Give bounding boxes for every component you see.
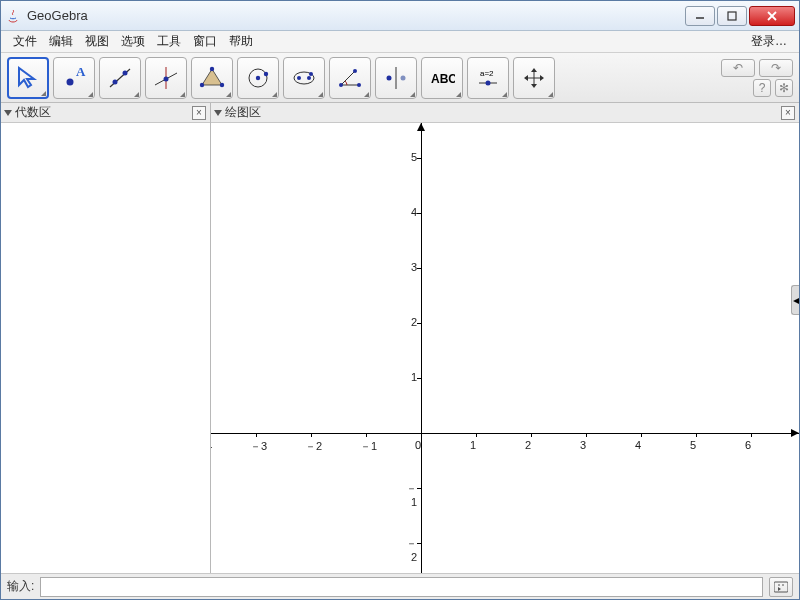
algebra-pane: 代数区 × <box>1 103 211 573</box>
svg-point-8 <box>123 70 128 75</box>
svg-point-13 <box>210 66 214 70</box>
svg-point-27 <box>387 75 392 80</box>
close-button[interactable] <box>749 6 795 26</box>
side-handle[interactable]: ◂ <box>791 285 799 315</box>
graphics-title: 绘图区 <box>225 104 261 121</box>
graphics-close[interactable]: × <box>781 106 795 120</box>
svg-text:ABC: ABC <box>431 72 455 86</box>
title-bar: GeoGebra <box>1 1 799 31</box>
minimize-button[interactable] <box>685 6 715 26</box>
menu-edit[interactable]: 编辑 <box>43 31 79 52</box>
tool-line[interactable] <box>99 57 141 99</box>
graphics-header: 绘图区 × <box>211 103 799 123</box>
help-button[interactable]: ? <box>753 79 771 97</box>
menu-window[interactable]: 窗口 <box>187 31 223 52</box>
main-content: 代数区 × 绘图区 × －4－3－2－10123456－2－1123456 <box>1 103 799 573</box>
menu-help[interactable]: 帮助 <box>223 31 259 52</box>
menu-file[interactable]: 文件 <box>7 31 43 52</box>
menu-tools[interactable]: 工具 <box>151 31 187 52</box>
svg-point-15 <box>200 82 204 86</box>
svg-point-7 <box>113 79 118 84</box>
settings-button[interactable]: ✻ <box>775 79 793 97</box>
tool-slider[interactable]: a=2 <box>467 57 509 99</box>
input-label: 输入: <box>7 578 34 595</box>
svg-point-22 <box>309 72 313 76</box>
svg-point-20 <box>297 76 301 80</box>
tool-reflect[interactable] <box>375 57 417 99</box>
collapse-icon[interactable] <box>4 110 12 116</box>
svg-point-21 <box>307 76 311 80</box>
graphics-canvas[interactable]: －4－3－2－10123456－2－1123456 <box>211 123 799 573</box>
gear-icon: ✻ <box>779 81 789 95</box>
keyboard-button[interactable] <box>769 577 793 597</box>
tool-move[interactable] <box>7 57 49 99</box>
tool-text[interactable]: ABC <box>421 57 463 99</box>
menu-view[interactable]: 视图 <box>79 31 115 52</box>
svg-point-14 <box>220 82 224 86</box>
svg-marker-38 <box>778 587 781 591</box>
app-window: GeoGebra 文件 编辑 视图 选项 工具 窗口 帮助 登录… A ABC … <box>0 0 800 600</box>
toolbar-right: ↶ ↷ ? ✻ <box>721 59 793 97</box>
algebra-body[interactable] <box>1 123 210 573</box>
window-controls <box>685 6 795 26</box>
tool-angle[interactable] <box>329 57 371 99</box>
input-bar: 输入: <box>1 573 799 599</box>
svg-point-11 <box>164 76 169 81</box>
tool-ellipse[interactable] <box>283 57 325 99</box>
svg-point-25 <box>353 69 357 73</box>
window-title: GeoGebra <box>27 8 685 23</box>
tool-point[interactable]: A <box>53 57 95 99</box>
menu-options[interactable]: 选项 <box>115 31 151 52</box>
redo-button[interactable]: ↷ <box>759 59 793 77</box>
algebra-title: 代数区 <box>15 104 51 121</box>
undo-button[interactable]: ↶ <box>721 59 755 77</box>
tool-circle[interactable] <box>237 57 279 99</box>
tool-perpendicular[interactable] <box>145 57 187 99</box>
menu-bar: 文件 编辑 视图 选项 工具 窗口 帮助 登录… <box>1 31 799 53</box>
svg-rect-1 <box>728 12 736 20</box>
tool-move-view[interactable] <box>513 57 555 99</box>
svg-text:a=2: a=2 <box>480 69 494 78</box>
java-icon <box>5 8 21 24</box>
svg-text:A: A <box>76 65 86 79</box>
maximize-button[interactable] <box>717 6 747 26</box>
svg-point-4 <box>67 78 74 85</box>
command-input[interactable] <box>40 577 763 597</box>
collapse-icon[interactable] <box>214 110 222 116</box>
menu-login[interactable]: 登录… <box>745 31 793 52</box>
svg-point-32 <box>486 80 491 85</box>
svg-point-23 <box>339 83 343 87</box>
svg-point-18 <box>264 71 268 75</box>
algebra-header: 代数区 × <box>1 103 210 123</box>
tool-polygon[interactable] <box>191 57 233 99</box>
svg-point-24 <box>357 83 361 87</box>
toolbar: A ABC a=2 ↶ ↷ ? ✻ <box>1 53 799 103</box>
algebra-close[interactable]: × <box>192 106 206 120</box>
svg-rect-35 <box>774 582 788 592</box>
graphics-pane: 绘图区 × －4－3－2－10123456－2－1123456 <box>211 103 799 573</box>
svg-point-17 <box>256 75 260 79</box>
svg-marker-12 <box>202 69 222 85</box>
svg-point-28 <box>401 75 406 80</box>
